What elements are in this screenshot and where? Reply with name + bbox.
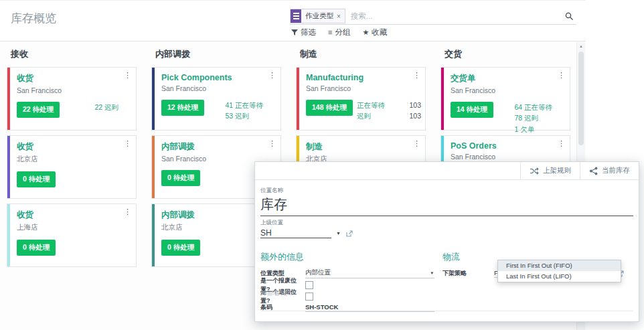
stat-link[interactable]: 正在等待: [357, 100, 385, 110]
to-process-button[interactable]: 12 待处理: [161, 100, 204, 116]
external-note-input[interactable]: 外部备注...: [260, 288, 293, 298]
current-stock-label: 当前库存: [602, 166, 630, 175]
kebab-menu-icon[interactable]: ⋮: [268, 71, 276, 80]
group-by-icon: ≡: [328, 29, 332, 36]
kebab-menu-icon[interactable]: ⋮: [124, 71, 131, 80]
dropdown-option-fifo[interactable]: First In First Out (FIFO): [498, 260, 621, 271]
card-title[interactable]: Pick Components: [161, 73, 268, 82]
facet-list-icon: [291, 9, 301, 23]
card-color-stripe: [7, 204, 10, 266]
chevron-down-icon: ▾: [430, 270, 433, 276]
location-type-select[interactable]: 内部位置 ▾: [305, 268, 434, 278]
parent-location-label: 上级位置: [260, 219, 633, 227]
to-process-button[interactable]: 14 待处理: [451, 102, 493, 118]
card-color-stripe: [152, 204, 155, 266]
kanban-card[interactable]: ⋮ 收货 北京店 0 待处理: [7, 135, 137, 199]
external-link-icon[interactable]: [346, 230, 353, 237]
location-type-value: 内部位置: [305, 268, 331, 277]
card-color-stripe: [7, 68, 10, 130]
card-subtitle: 北京店: [17, 155, 129, 164]
kanban-card[interactable]: ⋮ 收货 上海店 0 待处理: [7, 203, 137, 267]
card-color-stripe: [7, 136, 10, 198]
card-subtitle: San Francisco: [451, 153, 563, 161]
stat-link[interactable]: 64 正在等待: [514, 102, 552, 112]
kanban-card[interactable]: ⋮ Manufacturing San Francisco 148 待处理 正在…: [296, 67, 426, 131]
card-color-stripe: [152, 68, 155, 130]
kebab-menu-icon[interactable]: ⋮: [558, 139, 565, 148]
putaway-rules-label: 上架规则: [543, 166, 571, 175]
search-facet-chip[interactable]: 作业类型 ×: [290, 9, 345, 23]
scrollbar-thumb[interactable]: [578, 52, 584, 145]
card-title[interactable]: PoS Orders: [451, 141, 558, 151]
card-subtitle: San Francisco: [161, 84, 274, 92]
location-name-label: 位置名称: [260, 187, 633, 195]
stat-link[interactable]: 53 迟到: [225, 110, 263, 121]
favorites-button[interactable]: ★ 收藏: [362, 27, 387, 37]
stat-link[interactable]: 迟到: [357, 110, 371, 121]
card-title[interactable]: 内部调拨: [161, 141, 268, 153]
favorites-label: 收藏: [372, 27, 387, 37]
to-process-button[interactable]: 0 待处理: [161, 170, 200, 186]
card-title[interactable]: 收货: [17, 73, 124, 84]
removal-strategy-dropdown: First In First Out (FIFO) Last In First …: [497, 260, 621, 282]
kebab-menu-icon[interactable]: ⋮: [268, 139, 276, 148]
current-stock-button[interactable]: 当前库存: [580, 162, 639, 179]
shuffle-icon: [530, 167, 539, 175]
stat-link[interactable]: 1 欠单: [514, 124, 552, 135]
kebab-menu-icon[interactable]: ⋮: [413, 139, 420, 148]
card-title[interactable]: 收货: [17, 210, 124, 221]
dropdown-option-lifo[interactable]: Last In First Out (LIFO): [498, 271, 621, 282]
putaway-rules-button[interactable]: 上架规则: [520, 162, 580, 179]
kebab-menu-icon[interactable]: ⋮: [558, 71, 565, 80]
card-title[interactable]: 制造: [306, 141, 413, 153]
kanban-card[interactable]: ⋮ Pick Components San Francisco 12 待处理 4…: [151, 67, 281, 131]
card-title[interactable]: 交货单: [451, 73, 558, 84]
card-subtitle: San Francisco: [17, 86, 129, 94]
kebab-menu-icon[interactable]: ⋮: [124, 208, 131, 216]
search-icon[interactable]: [565, 12, 574, 21]
column-title-receipts: 接收: [11, 48, 28, 60]
extra-info-title: 额外的信息: [260, 251, 442, 263]
to-process-button[interactable]: 0 待处理: [17, 240, 56, 256]
is-scrap-checkbox[interactable]: [305, 281, 313, 289]
facet-label: 作业类型: [301, 9, 336, 23]
card-color-stripe: [441, 68, 444, 130]
dialog-toolbar: 上架规则 当前库存: [255, 162, 639, 180]
to-process-button[interactable]: 0 待处理: [17, 171, 56, 187]
location-form-dialog: 上架规则 当前库存 位置名称 库存 上级位置 SH ▼: [254, 161, 639, 322]
page-title: 库存概览: [11, 11, 56, 26]
removal-strategy-label: 下架策略: [442, 269, 494, 278]
kebab-menu-icon[interactable]: ⋮: [413, 71, 420, 80]
group-by-label: 分组: [335, 27, 350, 37]
filters-button[interactable]: 筛选: [291, 27, 316, 37]
facet-remove-icon[interactable]: ×: [336, 9, 345, 23]
stat-value: 103: [409, 100, 421, 110]
column-title-internal: 内部调拨: [155, 48, 190, 60]
chevron-down-icon[interactable]: ▼: [336, 231, 341, 236]
kanban-card[interactable]: ⋮ 收货 San Francisco 22 待处理 22 迟到: [7, 67, 137, 131]
kanban-card[interactable]: ⋮ 交货单 San Francisco 14 待处理 64 正在等待 78 迟到…: [440, 67, 570, 131]
search-input[interactable]: 搜索...: [351, 11, 565, 21]
to-process-button[interactable]: 0 待处理: [161, 240, 200, 256]
stat-link[interactable]: 78 迟到: [514, 112, 552, 123]
to-process-button[interactable]: 148 待处理: [306, 100, 353, 116]
is-return-checkbox[interactable]: [305, 293, 313, 301]
search-bar[interactable]: 作业类型 × 搜索...: [290, 8, 576, 25]
location-name-input[interactable]: 库存: [260, 195, 633, 216]
stat-link[interactable]: 41 正在等待: [225, 100, 263, 110]
card-title[interactable]: Manufacturing: [306, 73, 413, 82]
group-by-button[interactable]: ≡ 分组: [328, 27, 350, 37]
parent-location-input[interactable]: SH: [260, 228, 331, 238]
star-icon: ★: [362, 29, 369, 36]
scroll-up-arrow-icon[interactable]: ▲: [579, 44, 583, 48]
card-title[interactable]: 内部调拨: [161, 210, 268, 221]
to-process-button[interactable]: 22 待处理: [17, 102, 60, 118]
column-title-manufacturing: 制造: [300, 48, 317, 60]
share-nodes-icon: [589, 167, 598, 175]
kebab-menu-icon[interactable]: ⋮: [124, 139, 131, 148]
card-subtitle: San Francisco: [451, 86, 563, 94]
stat-link[interactable]: 22 迟到: [94, 103, 118, 111]
filter-icon: [291, 29, 298, 36]
stat-value: 103: [409, 110, 421, 121]
card-title[interactable]: 收货: [17, 141, 124, 153]
